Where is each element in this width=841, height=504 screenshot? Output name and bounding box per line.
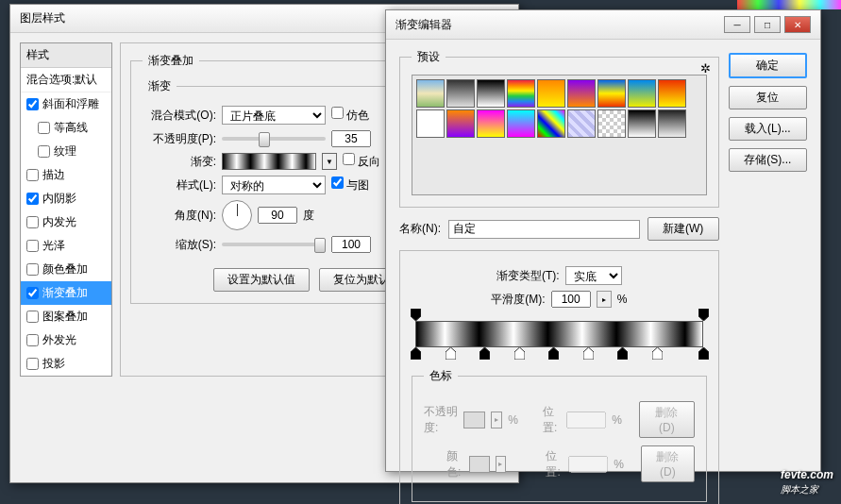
color-stop[interactable]	[652, 347, 663, 360]
opacity-stop[interactable]	[411, 309, 421, 321]
preset-swatch-12[interactable]	[507, 109, 535, 138]
type-select[interactable]: 实底	[565, 266, 622, 285]
preset-swatch-2[interactable]	[477, 79, 505, 108]
preset-swatch-17[interactable]	[658, 109, 686, 138]
delete-opacity-stop-button: 删除(D)	[639, 401, 695, 438]
preset-swatch-11[interactable]	[477, 109, 505, 138]
preset-swatch-15[interactable]	[597, 109, 626, 138]
gradient-preview[interactable]	[222, 153, 316, 170]
reverse-checkbox[interactable]: 反向	[343, 153, 380, 170]
svg-marker-7	[583, 347, 594, 360]
style-label: 投影	[42, 356, 65, 372]
preset-swatch-6[interactable]	[597, 79, 626, 108]
color-stop[interactable]	[446, 347, 456, 360]
style-item-4[interactable]: 内阴影	[21, 187, 111, 210]
angle-label: 角度(N):	[143, 208, 216, 224]
scale-label: 缩放(S):	[143, 237, 216, 253]
maximize-button[interactable]: □	[754, 16, 781, 33]
svg-marker-6	[548, 347, 559, 360]
svg-marker-0	[411, 309, 421, 321]
preset-swatch-8[interactable]	[658, 79, 686, 108]
style-item-7[interactable]: 颜色叠加	[21, 258, 111, 281]
name-input[interactable]	[448, 220, 640, 239]
preset-swatch-16[interactable]	[628, 109, 656, 138]
gradient-bar[interactable]	[415, 321, 703, 347]
smooth-dropdown-icon[interactable]: ▸	[597, 291, 612, 308]
scale-input[interactable]	[331, 236, 371, 253]
style-checkbox[interactable]	[26, 240, 39, 252]
style-select[interactable]: 对称的	[222, 176, 326, 194]
color-stop[interactable]	[583, 347, 594, 360]
style-checkbox[interactable]	[26, 98, 39, 110]
save-button[interactable]: 存储(S)...	[729, 148, 807, 172]
styles-header[interactable]: 样式	[21, 43, 111, 68]
style-label: 样式(L):	[143, 177, 216, 193]
style-checkbox[interactable]	[26, 358, 39, 370]
new-button[interactable]: 新建(W)	[648, 217, 719, 241]
preset-swatch-7[interactable]	[628, 79, 656, 108]
style-label: 纹理	[54, 143, 76, 160]
style-checkbox[interactable]	[26, 193, 39, 205]
svg-marker-8	[617, 347, 628, 360]
style-checkbox[interactable]	[38, 145, 50, 158]
preset-swatch-1[interactable]	[446, 79, 475, 108]
load-button[interactable]: 载入(L)...	[729, 117, 807, 141]
style-item-9[interactable]: 图案叠加	[21, 305, 111, 328]
preset-swatch-13[interactable]	[537, 109, 565, 138]
preset-swatch-10[interactable]	[446, 109, 475, 138]
gradient-dropdown-icon[interactable]: ▼	[322, 153, 337, 170]
style-checkbox[interactable]	[26, 169, 39, 181]
style-item-3[interactable]: 描边	[21, 163, 111, 187]
style-item-1[interactable]: 等高线	[21, 116, 111, 140]
dither-checkbox[interactable]: 仿色	[331, 107, 369, 124]
style-checkbox[interactable]	[26, 216, 39, 228]
stop-opacity-label: 不透明度:	[424, 404, 458, 436]
angle-input[interactable]	[258, 207, 297, 224]
preset-swatch-3[interactable]	[507, 79, 535, 108]
minimize-button[interactable]: ─	[724, 16, 750, 33]
preset-grid	[412, 75, 707, 195]
style-checkbox[interactable]	[38, 122, 50, 134]
blend-options-header[interactable]: 混合选项:默认	[21, 68, 111, 92]
color-stop[interactable]	[617, 347, 628, 360]
gear-icon[interactable]: ✲	[700, 61, 711, 76]
style-checkbox[interactable]	[26, 263, 39, 276]
set-default-button[interactable]: 设置为默认值	[213, 268, 310, 292]
preset-swatch-4[interactable]	[537, 79, 565, 108]
style-item-2[interactable]: 纹理	[21, 140, 111, 163]
style-item-5[interactable]: 内发光	[21, 210, 111, 234]
gradient-editor-titlebar[interactable]: 渐变编辑器 ─ □ ✕	[386, 10, 820, 40]
ok-button[interactable]: 确定	[729, 53, 807, 78]
gradient-editor-title: 渐变编辑器	[395, 17, 452, 33]
style-checkbox[interactable]	[26, 334, 39, 346]
color-stop[interactable]	[514, 347, 525, 360]
color-stop[interactable]	[698, 347, 709, 360]
opacity-slider[interactable]	[222, 137, 326, 141]
style-label: 颜色叠加	[42, 261, 88, 277]
preset-swatch-14[interactable]	[567, 109, 596, 138]
align-checkbox[interactable]: 与图	[331, 176, 369, 193]
style-item-6[interactable]: 光泽	[21, 234, 111, 258]
preset-swatch-0[interactable]	[416, 79, 445, 108]
color-stop[interactable]	[479, 347, 490, 360]
blend-mode-select[interactable]: 正片叠底	[222, 106, 326, 125]
angle-dial[interactable]	[222, 200, 252, 230]
opacity-stop[interactable]	[698, 309, 709, 321]
opacity-input[interactable]	[331, 130, 371, 147]
style-checkbox[interactable]	[26, 287, 39, 299]
gradient-overlay-legend: 渐变叠加	[143, 53, 199, 69]
preset-swatch-9[interactable]	[416, 109, 445, 138]
reset-button[interactable]: 复位	[729, 86, 807, 109]
style-checkbox[interactable]	[26, 311, 39, 323]
color-stop[interactable]	[411, 347, 421, 360]
preset-swatch-5[interactable]	[567, 79, 596, 108]
name-label: 名称(N):	[399, 221, 441, 237]
style-item-11[interactable]: 投影	[21, 352, 111, 376]
style-item-10[interactable]: 外发光	[21, 328, 111, 352]
style-item-0[interactable]: 斜面和浮雕	[21, 92, 111, 116]
smooth-input[interactable]	[551, 291, 591, 308]
style-item-8[interactable]: 渐变叠加	[21, 281, 111, 305]
color-stop[interactable]	[548, 347, 559, 360]
close-button[interactable]: ✕	[784, 16, 811, 33]
scale-slider[interactable]	[222, 243, 326, 246]
